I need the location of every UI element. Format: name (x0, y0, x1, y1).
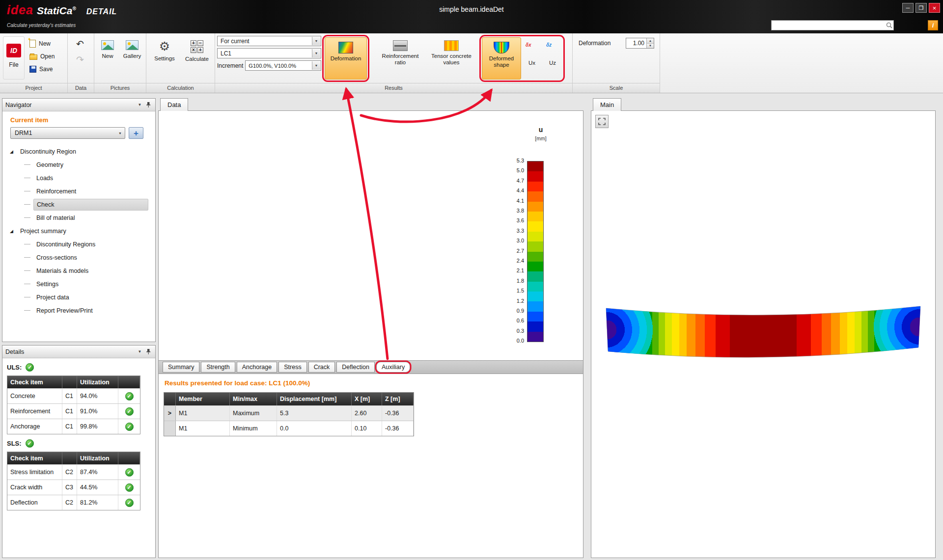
add-item-button[interactable]: + (129, 127, 143, 139)
tensor-concrete-values-button[interactable]: Tensor concrete values (428, 36, 474, 80)
check-row[interactable]: AnchorageC199.8%✓ (7, 419, 140, 434)
chevron-down-icon[interactable]: ▼ (312, 49, 320, 57)
file-button[interactable]: ID File (3, 36, 25, 80)
result-tab-strip: SummaryStrengthAnchorageStressCrackDefle… (159, 360, 583, 374)
tab-crack[interactable]: Crack (308, 362, 335, 373)
search-input[interactable] (772, 21, 885, 30)
gallery-button[interactable]: Gallery (120, 35, 144, 80)
tree-item-geometry[interactable]: Geometry (2, 158, 155, 171)
check-ok-icon: ✓ (125, 483, 134, 492)
maximize-button[interactable]: ❐ (915, 3, 927, 13)
chevron-down-icon[interactable]: ▼ (118, 132, 122, 135)
ux-button[interactable]: δx Ux (522, 37, 542, 80)
check-row[interactable]: DeflectionC281.2%✓ (7, 495, 140, 510)
tree-item-label: Reinforcement (33, 186, 79, 197)
uz-button[interactable]: δz Uz (543, 37, 562, 80)
tree-item-discontinuity-regions[interactable]: Discontinuity Regions (2, 238, 155, 251)
tree-item-check[interactable]: Check (2, 198, 155, 211)
legend-value-label: 0.0 (502, 338, 524, 344)
x-cell: 0.10 (352, 421, 382, 436)
increment-combo[interactable]: G100.0%, V100.0% ▼ (245, 60, 321, 71)
row-selector-cell[interactable] (164, 421, 176, 436)
tab-main[interactable]: Main (593, 98, 621, 111)
tree-expander-icon[interactable]: ◢ (10, 229, 13, 234)
deformed-shape-button[interactable]: Deformed shape (482, 37, 521, 80)
tab-strength[interactable]: Strength (201, 362, 235, 373)
panel-menu-icon[interactable]: ▼ (136, 347, 144, 356)
main-panel: Main (591, 98, 936, 558)
save-button-label: Save (39, 66, 53, 73)
undo-button[interactable]: ↶ (76, 39, 84, 49)
tree-item-reinforcement[interactable]: Reinforcement (2, 185, 155, 198)
tab-stress[interactable]: Stress (278, 362, 306, 373)
data-canvas: u [mm] 5.35.04.74.44.13.83.63.33.02.72.4… (158, 110, 583, 558)
spin-up-icon[interactable]: ▲ (647, 38, 654, 44)
navigator-title: Navigator (5, 102, 32, 108)
status-cell: ✓ (118, 495, 140, 510)
member-cell: M1 (176, 421, 230, 436)
calculate-label: Calculate (185, 56, 209, 62)
tree-item-project-data[interactable]: Project data (2, 291, 155, 304)
row-selector-cell[interactable]: > (164, 406, 176, 421)
ux-label: Ux (528, 60, 535, 66)
result-type-combo[interactable]: For current ▼ (217, 36, 321, 46)
reinforcement-ratio-button[interactable]: Reinforcement ratio (377, 36, 423, 80)
tree-item-settings[interactable]: Settings (2, 277, 155, 291)
search-icon[interactable] (885, 22, 893, 28)
project-buttons: New Open Save (28, 38, 55, 74)
info-button[interactable]: i (928, 20, 938, 30)
check-row[interactable]: ReinforcementC191.0%✓ (7, 403, 140, 419)
chevron-down-icon[interactable]: ▼ (312, 37, 320, 45)
check-row[interactable]: ConcreteC194.0%✓ (7, 388, 140, 403)
tree-item-cross-sections[interactable]: Cross-sections (2, 251, 155, 264)
tree-expander-icon[interactable]: ◢ (10, 149, 13, 154)
tree-item-discontinuity-region[interactable]: ◢Discontinuity Region (2, 145, 155, 158)
calculate-button[interactable]: +−×+ Calculate (182, 35, 212, 80)
save-button[interactable]: Save (28, 64, 55, 74)
tab-summary[interactable]: Summary (163, 362, 199, 373)
tab-deflection[interactable]: Deflection (336, 362, 375, 373)
tree-item-report-preview-print[interactable]: Report Preview/Print (2, 304, 155, 317)
picture-new-button[interactable]: New (96, 35, 119, 80)
check-item-cell: Reinforcement (7, 404, 62, 419)
legend-value-label: 0.9 (502, 308, 524, 314)
tree-item-materials-models[interactable]: Materials & models (2, 264, 155, 277)
tree-item-loads[interactable]: Loads (2, 171, 155, 185)
tab-anchorage[interactable]: Anchorage (237, 362, 277, 373)
results-row[interactable]: >M1Maximum5.32.60-0.36 (164, 405, 414, 421)
tree-item-label: Geometry (33, 160, 66, 170)
spin-down-icon[interactable]: ▼ (647, 44, 654, 49)
scale-value[interactable]: 1.00 (626, 38, 646, 48)
check-row[interactable]: Stress limitationC287.4%✓ (7, 464, 140, 480)
redo-button[interactable]: ↷ (76, 55, 84, 64)
tab-auxiliary[interactable]: Auxiliary (376, 362, 410, 373)
deformation-button[interactable]: Deformation (325, 37, 367, 80)
legend-value-label: 1.5 (502, 288, 524, 293)
results-row[interactable]: M1Minimum0.00.10-0.36 (164, 421, 414, 436)
main-canvas (591, 110, 936, 558)
legend-color-band (527, 202, 543, 212)
settings-button[interactable]: ⚙ Settings (149, 35, 180, 80)
panel-menu-icon[interactable]: ▼ (136, 101, 144, 109)
open-button[interactable]: Open (28, 51, 55, 61)
current-item-combo[interactable]: DRM1 ▼ (10, 127, 125, 139)
check-row[interactable]: Crack widthC344.5%✓ (7, 480, 140, 495)
tree-item-project-summary[interactable]: ◢Project summary (2, 224, 155, 238)
close-button[interactable]: × (929, 3, 940, 13)
scale-spinbox[interactable]: 1.00 ▲ ▼ (626, 38, 654, 49)
pin-icon[interactable] (144, 101, 152, 109)
load-case-value: LC1 (221, 50, 231, 57)
load-case-combo[interactable]: LC1 ▼ (217, 48, 321, 58)
results-col-header: X [m] (352, 393, 382, 405)
minimize-button[interactable]: ─ (902, 3, 914, 13)
new-button[interactable]: New (28, 38, 55, 49)
results-col-header (164, 393, 176, 405)
chevron-down-icon[interactable]: ▼ (312, 61, 320, 70)
pin-icon[interactable] (144, 347, 152, 356)
picture-new-label: New (102, 53, 113, 59)
tree-item-bill-of-material[interactable]: Bill of material (2, 211, 155, 224)
fit-view-button[interactable] (595, 115, 609, 128)
result-type-value: For current (221, 38, 250, 45)
tab-data[interactable]: Data (160, 98, 188, 111)
tree-connector (24, 217, 30, 218)
